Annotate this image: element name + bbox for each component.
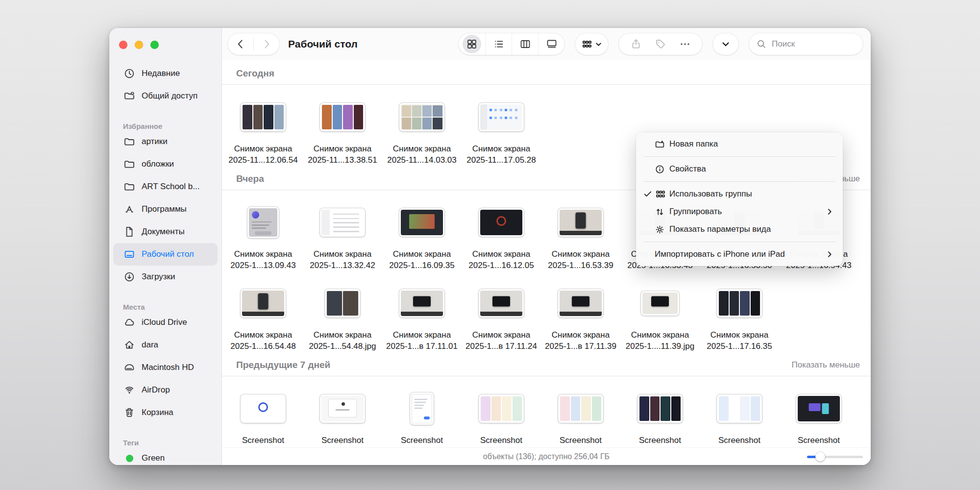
- file-item[interactable]: Screenshot: [779, 388, 858, 446]
- back-button[interactable]: [228, 33, 253, 55]
- sidebar-item-macintosh-hd[interactable]: Macintosh HD: [113, 356, 218, 379]
- file-item[interactable]: Снимок экрана2025-1...17.16.35: [700, 282, 779, 352]
- zoom-slider[interactable]: [807, 456, 863, 458]
- file-item[interactable]: Screenshot: [462, 388, 541, 446]
- file-item[interactable]: Screenshot: [700, 388, 779, 446]
- file-item[interactable]: Снимок экрана2025-1...в 17.11.24: [462, 282, 541, 352]
- menu-item-свойства[interactable]: Свойства: [636, 160, 843, 178]
- group-by-button[interactable]: [575, 33, 608, 55]
- sidebar-item-label: Рабочий стол: [142, 249, 194, 259]
- new-folder-icon: [655, 139, 669, 149]
- file-item[interactable]: Screenshot: [541, 388, 620, 446]
- sidebar-item-документы[interactable]: Документы: [113, 220, 218, 243]
- column-view-button[interactable]: [512, 33, 538, 55]
- tag-icon: [655, 38, 666, 50]
- file-thumbnail: [717, 289, 762, 318]
- sidebar-item-airdrop[interactable]: AirDrop: [113, 379, 218, 401]
- sidebar-item-программы[interactable]: Программы: [113, 198, 218, 220]
- file-item[interactable]: Снимок экрана2025-1...54.48.jpg: [303, 282, 382, 352]
- airdrop-icon: [123, 384, 136, 396]
- menu-item-показать-параметры-вида[interactable]: Показать параметры вида: [636, 220, 843, 238]
- file-item[interactable]: Снимок экрана2025-11...12.06.54: [223, 96, 303, 166]
- file-item[interactable]: Screenshot: [620, 388, 700, 446]
- file-item[interactable]: Screenshot: [223, 388, 303, 446]
- sidebar-item-label: Корзина: [142, 408, 173, 417]
- menu-item-группировать[interactable]: Группировать: [636, 203, 843, 220]
- document-icon: [123, 225, 136, 238]
- status-bar: объекты (136); доступно 256,04 ГБ: [222, 447, 871, 465]
- sidebar-item-общий-доступ[interactable]: Общий доступ: [113, 85, 218, 107]
- trash-icon: [123, 406, 136, 419]
- file-item[interactable]: Снимок экрана2025-1...13.09.43: [223, 201, 303, 271]
- file-name: Снимок экрана2025-1...16.53.39: [542, 248, 619, 271]
- file-thumbnail: [399, 289, 444, 318]
- file-item[interactable]: Screenshot: [303, 388, 382, 446]
- sidebar-item-корзина[interactable]: Корзина: [113, 401, 218, 424]
- file-name: Снимок экрана2025-11...12.06.54: [224, 143, 302, 166]
- folder-icon: [123, 135, 136, 148]
- sidebar-item-label: Программы: [142, 204, 187, 214]
- file-item[interactable]: Снимок экрана2025-1...13.32.42: [303, 201, 382, 271]
- file-item[interactable]: Снимок экрана2025-1...в 17.11.01: [382, 282, 462, 352]
- search-input[interactable]: [771, 39, 849, 49]
- file-item[interactable]: Снимок экрана2025-1...в 17.11.39: [541, 282, 620, 352]
- file-name: Screenshot: [224, 435, 302, 446]
- sidebar-item-рабочий-стол[interactable]: Рабочий стол: [113, 243, 218, 266]
- file-item[interactable]: Снимок экрана2025-11...17.05.28: [462, 96, 541, 166]
- list-view-icon: [493, 38, 505, 50]
- file-item[interactable]: Снимок экрана2025-1...16.54.48: [223, 282, 303, 352]
- sidebar-item-art-school-b[interactable]: ART School b...: [113, 175, 218, 198]
- folder-icon: [123, 158, 136, 171]
- file-item[interactable]: Снимок экрана2025-11...14.03.03: [382, 96, 462, 166]
- file-thumbnail: [558, 289, 603, 318]
- sidebar-section-title: Избранное: [109, 116, 221, 130]
- desktop-icon: [123, 248, 136, 261]
- file-item[interactable]: Снимок экрана2025-1...16.53.39: [541, 201, 620, 271]
- file-thumbnail: [641, 291, 679, 316]
- forward-button[interactable]: [254, 33, 279, 55]
- file-thumbnail: [558, 394, 603, 423]
- file-name: Снимок экрана2025-1...17.16.35: [701, 329, 778, 352]
- toolbar-overflow-button[interactable]: [713, 33, 738, 55]
- icon-view-button[interactable]: [459, 33, 485, 55]
- sidebar-section-title: Теги: [109, 433, 221, 447]
- shared-folder-icon: [123, 90, 136, 102]
- file-name: Screenshot: [621, 435, 699, 446]
- sidebar-item-dara[interactable]: dara: [113, 334, 218, 356]
- file-item[interactable]: Снимок экрана2025-1...16.09.35: [382, 201, 462, 271]
- tags-button[interactable]: [648, 33, 673, 55]
- group-icon: [581, 38, 593, 50]
- group-divider: [222, 376, 871, 376]
- green-tag-dot: [123, 452, 136, 465]
- grid-view-icon: [466, 38, 478, 50]
- file-item[interactable]: Screenshot: [382, 388, 462, 446]
- more-options-button[interactable]: [673, 33, 697, 55]
- minimize-button[interactable]: [135, 41, 143, 49]
- sidebar-item-green[interactable]: Green: [113, 447, 218, 465]
- sidebar-item-icloud-drive[interactable]: iCloud Drive: [113, 311, 218, 334]
- file-name: Снимок экрана2025-1....11.39.jpg: [621, 329, 699, 352]
- close-button[interactable]: [119, 41, 127, 49]
- sidebar-item-загрузки[interactable]: Загрузки: [113, 266, 218, 288]
- zoom-slider-knob[interactable]: [815, 452, 825, 462]
- chevron-left-icon: [234, 38, 247, 50]
- share-button[interactable]: [624, 33, 648, 55]
- sidebar-item-артики[interactable]: артики: [113, 130, 218, 153]
- show-less-link[interactable]: Показать меньше: [792, 360, 860, 370]
- list-view-button[interactable]: [485, 33, 512, 55]
- sidebar-item-label: Macintosh HD: [142, 363, 194, 372]
- sidebar-item-недавние[interactable]: Недавние: [113, 62, 218, 85]
- harddrive-icon: [123, 361, 136, 374]
- file-item[interactable]: Снимок экрана2025-1....11.39.jpg: [620, 282, 700, 352]
- file-item[interactable]: Снимок экрана2025-11...13.38.51: [303, 96, 382, 166]
- window-controls: [119, 41, 159, 49]
- sidebar-item-обложки[interactable]: обложки: [113, 153, 218, 175]
- zoom-button[interactable]: [150, 41, 159, 49]
- search-icon: [756, 39, 767, 49]
- menu-item-новая-папка[interactable]: Новая папка: [636, 135, 843, 153]
- toolbar-actions: [619, 33, 702, 55]
- gallery-view-button[interactable]: [538, 33, 564, 55]
- file-item[interactable]: Снимок экрана2025-1...16.12.05: [462, 201, 541, 271]
- menu-item-импортировать-с-iphone-или-ipad[interactable]: Импортировать с iPhone или iPad: [636, 245, 843, 263]
- menu-item-использовать-группы[interactable]: Использовать группы: [636, 185, 843, 203]
